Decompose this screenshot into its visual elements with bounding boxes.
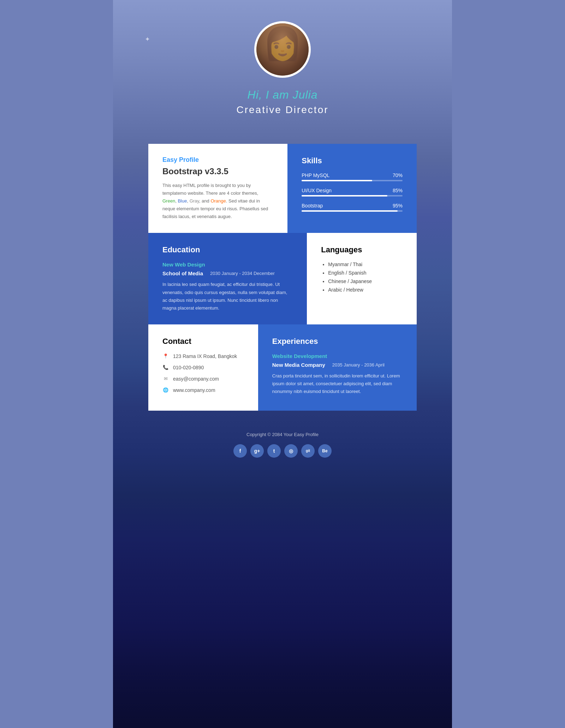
cards-row-1: Easy Profile Bootstrap v3.3.5 This easy … (113, 144, 452, 233)
edu-description: In lacinia leo sed quam feugiat, ac effi… (162, 281, 293, 312)
link-blue: Blue (178, 198, 187, 204)
edu-dates: 2030 January - 2034 December (210, 271, 275, 276)
skills-title: Skills (302, 156, 403, 165)
skill-bootstrap-bar-bg (302, 210, 403, 212)
lang-item-english: English / Spanish (328, 270, 403, 276)
edu-school-name: School of Media (162, 270, 203, 276)
easy-profile-card: Easy Profile Bootstrap v3.3.5 This easy … (148, 144, 287, 233)
social-links: f g+ t ◎ git Be (113, 444, 452, 458)
skill-php: PHP MySQL 70% (302, 172, 403, 181)
avatar (256, 23, 309, 76)
social-twitter[interactable]: t (267, 444, 281, 458)
email-icon: ✉ (162, 376, 169, 382)
lang-item-myanmar: Myanmar / Thai (328, 262, 403, 267)
globe-icon: 🌐 (162, 387, 169, 393)
bootstrap-title: Bootstrap v3.3.5 (162, 166, 273, 176)
skill-uiux-label: UI/UX Design (302, 188, 332, 193)
social-google-plus[interactable]: g+ (250, 444, 264, 458)
languages-card: Languages Myanmar / Thai English / Spani… (307, 233, 417, 324)
cards-row-3: Contact 📍 123 Rama IX Road, Bangkok 📞 01… (113, 324, 452, 411)
phone-icon: 📞 (162, 364, 169, 371)
hero-title: Creative Director (113, 104, 452, 116)
skill-bootstrap-percent: 95% (393, 203, 403, 209)
footer: Copyright © 2084 Your Easy Profile f g+ … (113, 411, 452, 472)
link-orange: Orange (210, 198, 226, 204)
lang-item-chinese: Chinese / Japanese (328, 278, 403, 284)
contact-title: Contact (162, 337, 244, 346)
profile-description: This easy HTML profile is brought to you… (162, 182, 273, 221)
star-decoration: ✦ (145, 35, 150, 43)
education-card: Education New Web Design School of Media… (148, 233, 307, 324)
skill-php-percent: 70% (393, 172, 403, 178)
languages-title: Languages (321, 245, 403, 254)
edu-school-row: School of Media 2030 January - 2034 Dece… (162, 270, 293, 276)
experiences-title: Experiences (272, 337, 403, 346)
exp-company-name: New Media Company (272, 362, 325, 368)
skill-php-bar-bg (302, 180, 403, 181)
contact-email: easy@company.com (173, 376, 219, 382)
contact-card: Contact 📍 123 Rama IX Road, Bangkok 📞 01… (148, 324, 258, 411)
contact-address-row: 📍 123 Rama IX Road, Bangkok (162, 353, 244, 359)
social-github[interactable]: git (301, 444, 315, 458)
contact-website-row: 🌐 www.company.com (162, 387, 244, 393)
easy-profile-label: Easy Profile (162, 156, 273, 164)
social-behance[interactable]: Be (318, 444, 332, 458)
skill-php-bar-fill (302, 180, 372, 181)
experiences-card: Experiences Website Development New Medi… (258, 324, 417, 411)
link-green: Green (162, 198, 175, 204)
experiences-subtitle: Website Development (272, 353, 403, 359)
social-facebook[interactable]: f (233, 444, 247, 458)
exp-dates: 2035 January - 2036 April (332, 362, 385, 368)
exp-company-row: New Media Company 2035 January - 2036 Ap… (272, 362, 403, 368)
cards-row-2: Education New Web Design School of Media… (113, 233, 452, 324)
skill-bootstrap: Bootstrap 95% (302, 203, 403, 212)
contact-email-row: ✉ easy@company.com (162, 376, 244, 382)
contact-phone: 010-020-0890 (173, 365, 204, 370)
skill-bootstrap-label: Bootstrap (302, 203, 323, 209)
social-instagram[interactable]: ◎ (284, 444, 298, 458)
education-title: Education (162, 245, 293, 254)
contact-address: 123 Rama IX Road, Bangkok (173, 353, 237, 359)
skill-uiux: UI/UX Design 85% (302, 188, 403, 196)
skill-uiux-bar-fill (302, 195, 387, 196)
skill-uiux-percent: 85% (393, 188, 403, 193)
exp-description: Cras porta tincidunt sem, in sollicitudi… (272, 372, 403, 395)
link-gray: Gray (190, 198, 199, 204)
skills-card: Skills PHP MySQL 70% UI/UX Design 85% (287, 144, 417, 233)
skill-php-label: PHP MySQL (302, 172, 329, 178)
location-icon: 📍 (162, 353, 169, 359)
avatar-wrapper (254, 21, 311, 78)
hero-section: Hi, I am Julia Creative Director (113, 0, 452, 144)
lang-item-arabic: Arabic / Hebrew (328, 287, 403, 293)
languages-list: Myanmar / Thai English / Spanish Chinese… (321, 262, 403, 293)
education-subtitle: New Web Design (162, 262, 293, 268)
hero-name: Hi, I am Julia (113, 88, 452, 101)
contact-phone-row: 📞 010-020-0890 (162, 364, 244, 371)
skill-uiux-bar-bg (302, 195, 403, 196)
skill-bootstrap-bar-fill (302, 210, 397, 212)
footer-copyright: Copyright © 2084 Your Easy Profile (113, 432, 452, 437)
contact-website: www.company.com (173, 387, 215, 393)
